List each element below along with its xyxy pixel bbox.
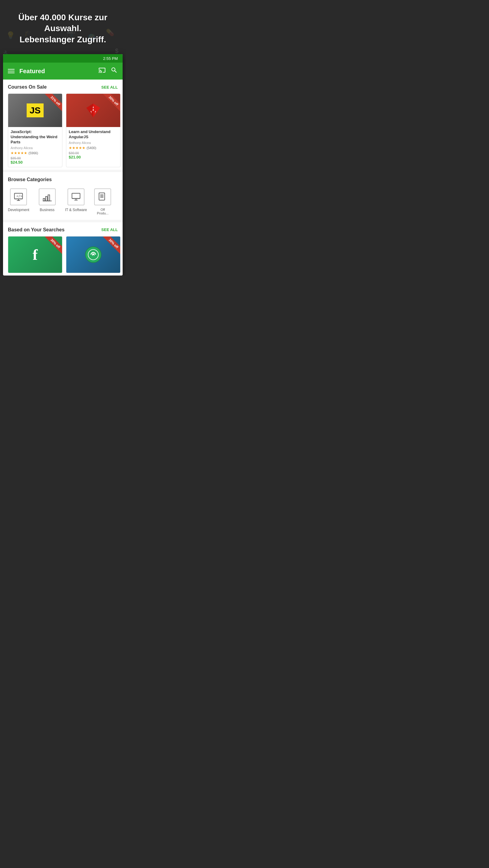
svg-rect-20 bbox=[46, 196, 47, 201]
main-content: Courses On Sale SEE ALL JS 31% off bbox=[3, 80, 123, 273]
based-on-searches-see-all[interactable]: SEE ALL bbox=[102, 227, 118, 232]
course-info-js: JavaScript: Understanding the Weird Part… bbox=[8, 127, 62, 167]
svg-rect-23 bbox=[72, 193, 80, 198]
browse-categories-section: Browse Categories </> bbox=[3, 172, 123, 220]
sale-price-js: $24.50 bbox=[10, 160, 60, 164]
categories-scroll: </> Development bbox=[3, 186, 123, 217]
category-label-it-software: IT & Software bbox=[65, 208, 87, 212]
phone-container: 2:55 PM Featured bbox=[3, 54, 123, 276]
course-author-angular: Anthony Alicea bbox=[69, 141, 118, 145]
search-course-card-security[interactable]: 30% off bbox=[66, 236, 120, 273]
business-icon bbox=[39, 188, 56, 205]
original-price-js: $35.00 bbox=[10, 156, 60, 160]
course-thumbnail-security: 30% off bbox=[66, 237, 120, 273]
category-office[interactable]: OffProdu... bbox=[94, 188, 111, 215]
svg-rect-27 bbox=[99, 193, 105, 200]
discount-label-angular: 30% off bbox=[103, 94, 120, 111]
courses-scroll: JS 31% off JavaScript: Understanding the… bbox=[3, 93, 123, 167]
course-rating-angular: ★★★★★ (5400) bbox=[69, 146, 118, 150]
it-software-icon bbox=[67, 188, 84, 205]
stars-angular: ★★★★★ bbox=[69, 146, 85, 150]
original-price-angular: $30.00 bbox=[69, 151, 118, 155]
office-icon bbox=[94, 188, 111, 205]
courses-on-sale-title: Courses On Sale bbox=[8, 84, 47, 90]
course-rating-js: ★★★★★ (5966) bbox=[10, 151, 60, 155]
browse-categories-title: Browse Categories bbox=[8, 177, 52, 182]
hero-section: Über 40.000 Kurse zur Auswahl. Lebenslan… bbox=[0, 0, 126, 54]
course-name-js: JavaScript: Understanding the Weird Part… bbox=[10, 129, 60, 145]
svg-text:A: A bbox=[91, 106, 96, 114]
course-card-angular[interactable]: A 30% off Learn and Understand AngularJS… bbox=[66, 93, 120, 167]
status-time: 2:55 PM bbox=[103, 56, 118, 61]
course-name-angular: Learn and Understand AngularJS bbox=[69, 129, 118, 140]
based-on-searches-title: Based on Your Searches bbox=[8, 227, 64, 232]
course-author-js: Anthony Alicea bbox=[10, 146, 60, 150]
course-thumbnail-angular: A 30% off bbox=[66, 94, 120, 127]
course-thumbnail-js: JS 31% off bbox=[8, 94, 62, 127]
app-header: Featured bbox=[3, 63, 123, 80]
sale-price-angular: $21.00 bbox=[69, 155, 118, 159]
svg-text:</>: </> bbox=[17, 194, 22, 198]
facebook-logo: f bbox=[33, 246, 38, 264]
discount-label-js: 31% off bbox=[45, 94, 62, 111]
course-prices-angular: $30.00 $21.00 bbox=[69, 151, 118, 159]
discount-ribbon-facebook: 30% off bbox=[38, 237, 62, 261]
discount-ribbon-angular: 30% off bbox=[96, 94, 120, 118]
category-label-development: Development bbox=[8, 208, 29, 212]
category-label-business: Business bbox=[40, 208, 55, 212]
search-courses-scroll: f 30% off bbox=[3, 236, 123, 273]
category-it-software[interactable]: IT & Software bbox=[65, 188, 87, 215]
search-icon[interactable] bbox=[111, 66, 118, 75]
svg-rect-19 bbox=[43, 198, 45, 201]
course-info-angular: Learn and Understand AngularJS Anthony A… bbox=[66, 127, 120, 162]
stars-js: ★★★★★ bbox=[10, 151, 27, 155]
discount-label-facebook: 30% off bbox=[45, 237, 62, 254]
cast-icon[interactable] bbox=[98, 66, 106, 75]
based-on-searches-header: Based on Your Searches SEE ALL bbox=[3, 227, 123, 236]
category-development[interactable]: </> Development bbox=[8, 188, 29, 215]
hero-title: Über 40.000 Kurse zur Auswahl. Lebenslan… bbox=[6, 12, 120, 45]
search-course-card-facebook[interactable]: f 30% off bbox=[8, 236, 62, 273]
courses-on-sale-section: Courses On Sale SEE ALL JS 31% off bbox=[3, 80, 123, 170]
discount-ribbon-security: 30% off bbox=[96, 237, 120, 261]
menu-icon[interactable] bbox=[8, 69, 15, 73]
browse-categories-header: Browse Categories bbox=[3, 177, 123, 186]
development-icon: </> bbox=[10, 188, 27, 205]
course-prices-js: $35.00 $24.50 bbox=[10, 156, 60, 164]
courses-on-sale-header: Courses On Sale SEE ALL bbox=[3, 84, 123, 93]
header-title: Featured bbox=[19, 68, 93, 75]
svg-rect-21 bbox=[48, 195, 49, 201]
course-thumbnail-facebook: f 30% off bbox=[8, 237, 62, 273]
rating-count-angular: (5400) bbox=[87, 146, 96, 150]
discount-ribbon-js: 31% off bbox=[38, 94, 62, 118]
course-card-js[interactable]: JS 31% off JavaScript: Understanding the… bbox=[8, 93, 62, 167]
category-business[interactable]: Business bbox=[37, 188, 58, 215]
rating-count-js: (5966) bbox=[28, 151, 38, 155]
svg-rect-34 bbox=[93, 255, 94, 256]
courses-on-sale-see-all[interactable]: SEE ALL bbox=[102, 85, 118, 90]
category-label-office: OffProdu... bbox=[97, 208, 109, 215]
status-bar: 2:55 PM bbox=[3, 54, 123, 63]
based-on-searches-section: Based on Your Searches SEE ALL f 30% off bbox=[3, 222, 123, 273]
discount-label-security: 30% off bbox=[103, 237, 120, 254]
